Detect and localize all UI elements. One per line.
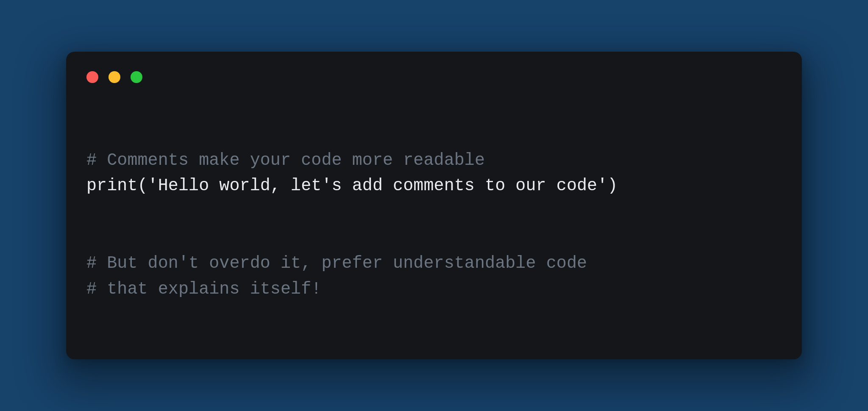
minimize-icon[interactable]: [108, 71, 120, 83]
code-line: print('Hello world, let's add comments t…: [86, 176, 618, 195]
code-comment: # Comments make your code more readable: [86, 151, 485, 170]
zoom-icon[interactable]: [131, 71, 142, 83]
code-window: # Comments make your code more readable …: [66, 52, 802, 359]
close-icon[interactable]: [86, 71, 98, 83]
blank-line: [86, 199, 783, 225]
code-block: # Comments make your code more readable …: [85, 122, 783, 328]
traffic-lights: [85, 69, 783, 83]
code-comment: # that explains itself!: [86, 280, 321, 299]
code-comment: # But don't overdo it, prefer understand…: [86, 254, 587, 273]
